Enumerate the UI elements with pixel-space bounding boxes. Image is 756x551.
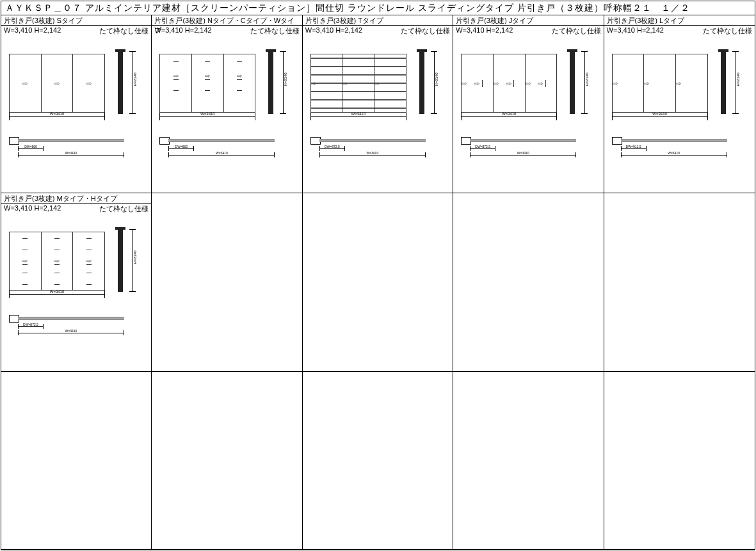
spec-label: たて枠なし仕様 <box>99 204 149 213</box>
variant-header: 片引き戸(3枚建) Sタイプ <box>1 15 151 26</box>
door-panel: ⇨ <box>42 54 74 112</box>
plan-view <box>612 136 727 145</box>
variant-subheader: W=3,410 H=2,142 たて枠なし仕様 <box>303 26 453 36</box>
variant-header: 片引き戸(3枚建) Tタイプ <box>303 15 453 26</box>
drawing-cell: 片引き戸(3枚建) Jタイプ W=3,410 H=2,142 たて枠なし仕様 ⇨… <box>453 15 604 193</box>
dimensions-label: W=3,410 H=2,142 <box>4 204 61 213</box>
door-panel: ⇨⇨ <box>494 54 526 112</box>
empty-cell <box>604 193 755 371</box>
drawing-cell: 片引き戸(3枚建) Lタイプ W=3,410 H=2,142 たて枠なし仕様 ⇨… <box>604 15 755 193</box>
plan-view <box>9 136 124 145</box>
vertical-section <box>417 51 427 114</box>
height-dimension: H=2140 <box>431 51 437 114</box>
vertical-section <box>266 51 276 114</box>
door-panel: ⇨ <box>644 54 676 112</box>
vertical-section <box>115 51 125 114</box>
width-dimension: W=3410 <box>461 113 557 120</box>
sheet-title: ＡＹＫＳＰ＿０７ アルミインテリア建材［スクリーンパーティション］間仕切 ラウン… <box>1 1 755 15</box>
dimensions-label: W=3,410 H=2,142 <box>154 26 211 35</box>
vertical-section <box>115 229 125 292</box>
empty-cell <box>604 372 755 550</box>
door-panel: ⇨ <box>613 54 645 112</box>
spec-label: たて枠なし仕様 <box>401 26 450 35</box>
variant-header: 片引き戸(3枚建) Lタイプ <box>604 15 755 26</box>
cad-drawing: ⇨⇨ ⇨⇨ ⇨⇨ W=3410 H=2140 DW=872.5 W=3410 <box>453 37 603 193</box>
door-panel: ⇨ <box>10 232 42 290</box>
drawing-cell: 片引き戸(3枚建) Sタイプ W=3,410 H=2,142 たて枠なし仕様 ⇨… <box>1 15 152 193</box>
variant-subheader: W=3,410 H=2,142 たて枠なし仕様 <box>453 26 603 36</box>
width-dimension: W=3410 <box>9 291 105 298</box>
variant-subheader: W=3,410 H=2,142 たて枠なし仕様 <box>152 26 302 36</box>
door-panel: ⇨⇨ <box>526 54 557 112</box>
door-panel: ⇨ <box>374 54 406 112</box>
door-panel: ⇨ <box>160 54 192 112</box>
variant-subheader: W=3,410 H=2,142 たて枠なし仕様 <box>1 26 151 36</box>
spec-label: たて枠なし仕様 <box>703 26 752 35</box>
spec-label: たて枠なし仕様 <box>99 26 149 35</box>
spec-label: たて枠なし仕様 <box>250 26 300 35</box>
drawing-grid: 片引き戸(3枚建) Sタイプ W=3,410 H=2,142 たて枠なし仕様 ⇨… <box>1 15 755 550</box>
cad-drawing: ⇨ ⇨ ⇨ W=3410 H=2140 DW=872.5 W=3410 <box>1 215 151 371</box>
door-panel: ⇨ <box>73 232 104 290</box>
height-dimension: H=2140 <box>280 51 286 114</box>
empty-cell <box>453 193 604 371</box>
height-dimension: H=2140 <box>129 229 136 292</box>
front-elevation: ⇨ ⇨ ⇨ <box>9 54 105 113</box>
vertical-section <box>718 51 728 114</box>
drawing-cell: 片引き戸(3枚建) Nタイプ・Cタイプ・Wタイプ W=3,410 H=2,142… <box>152 15 302 193</box>
door-panel: ⇨⇨ <box>462 54 494 112</box>
cad-drawing: ⇨ ⇨ ⇨ W=3410 H=2140 DW=860 W=3410 <box>152 37 302 193</box>
door-panel: ⇨ <box>42 232 74 290</box>
dimensions-label: W=3,410 H=2,142 <box>4 26 61 35</box>
sheet-frame: ＡＹＫＳＰ＿０７ アルミインテリア建材［スクリーンパーティション］間仕切 ラウン… <box>1 1 755 550</box>
front-elevation: ⇨ ⇨ ⇨ <box>159 54 255 113</box>
door-panel: ⇨ <box>10 54 42 112</box>
empty-cell <box>1 372 152 550</box>
plan-view <box>461 136 576 145</box>
empty-cell <box>152 372 302 550</box>
height-dimension: H=2140 <box>581 51 588 114</box>
cad-drawing: ⇨ ⇨ ⇨ W=3410 H=2140 DW=911.5 W=3410 <box>604 37 755 193</box>
plan-view <box>159 136 275 145</box>
door-panel: ⇨ <box>224 54 255 112</box>
empty-cell <box>453 372 604 550</box>
width-dimension: W=3410 <box>159 113 255 120</box>
variant-header: 片引き戸(3枚建) Jタイプ <box>453 15 603 26</box>
empty-cell <box>152 193 302 371</box>
door-panel: ⇨ <box>342 54 374 112</box>
front-elevation: ⇨⇨ ⇨⇨ ⇨⇨ <box>461 54 557 113</box>
variant-subheader: W=3,410 H=2,142 たて枠なし仕様 <box>604 26 755 36</box>
door-panel: ⇨ <box>73 54 104 112</box>
height-dimension: H=2140 <box>129 51 136 114</box>
variant-subheader: W=3,410 H=2,142 たて枠なし仕様 <box>1 204 151 214</box>
dimensions-label: W=3,410 H=2,142 <box>305 26 362 35</box>
door-panel: ⇨ <box>676 54 707 112</box>
empty-cell <box>303 193 453 371</box>
front-elevation: ⇨ ⇨ ⇨ <box>9 232 105 291</box>
drawing-cell: 片引き戸(3枚建) Tタイプ W=3,410 H=2,142 たて枠なし仕様 ⇨… <box>303 15 453 193</box>
empty-cell <box>303 372 453 550</box>
width-dimension: W=3410 <box>9 113 105 120</box>
door-panel: ⇨ <box>311 54 343 112</box>
width-dimension: W=3410 <box>612 113 708 120</box>
variant-header: 片引き戸(3枚建) Nタイプ・Cタイプ・Wタイプ <box>152 15 302 26</box>
height-dimension: H=2140 <box>732 51 739 114</box>
spec-label: たて枠なし仕様 <box>552 26 601 35</box>
cad-drawing: ⇨ ⇨ ⇨ W=3410 H=2140 DW=872.5 W=3410 <box>303 37 453 193</box>
plan-view <box>9 314 124 323</box>
front-elevation: ⇨ ⇨ ⇨ <box>612 54 708 113</box>
door-panel: ⇨ <box>192 54 224 112</box>
front-elevation: ⇨ ⇨ ⇨ <box>310 54 406 113</box>
drawing-cell: 片引き戸(3枚建) Mタイプ・Hタイプ W=3,410 H=2,142 たて枠な… <box>1 193 152 371</box>
dimensions-label: W=3,410 H=2,142 <box>456 26 513 35</box>
width-dimension: W=3410 <box>310 113 406 120</box>
dimensions-label: W=3,410 H=2,142 <box>607 26 664 35</box>
vertical-section <box>567 51 577 114</box>
plan-view <box>310 136 426 145</box>
cad-drawing: ⇨ ⇨ ⇨ W=3410 H=2140 DW=860 W=3410 <box>1 37 151 193</box>
variant-header: 片引き戸(3枚建) Mタイプ・Hタイプ <box>1 193 151 204</box>
